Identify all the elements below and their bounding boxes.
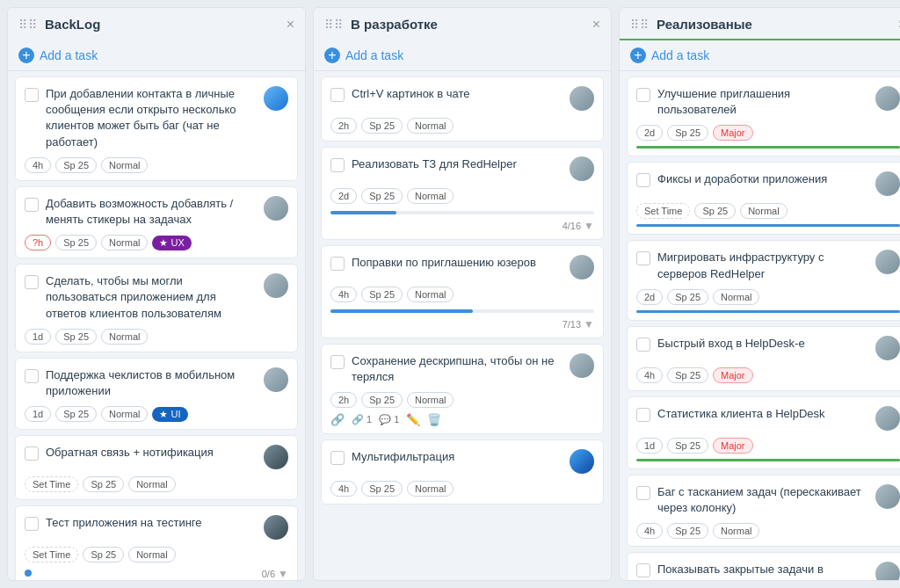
green-line xyxy=(636,459,900,461)
tag: Sp 25 xyxy=(361,287,403,302)
tag: Sp 25 xyxy=(667,523,708,539)
tag: Sp 25 xyxy=(667,125,708,141)
avatar xyxy=(570,86,594,111)
card-checkbox[interactable] xyxy=(636,486,650,500)
card-text: Быстрый вход в HelpDesk-е xyxy=(657,336,868,352)
card-text: Поправки по приглашению юзеров xyxy=(352,255,562,271)
tag: Normal xyxy=(101,406,148,422)
plus-icon: + xyxy=(630,47,646,63)
card-top: Быстрый вход в HelpDesk-е xyxy=(636,336,900,360)
tag: Sp 25 xyxy=(667,289,708,305)
card-tags: 4hSp 25Normal xyxy=(330,287,594,302)
cards-container: Улучшение приглашения пользователей 2dSp… xyxy=(620,71,900,580)
card-text: Показывать закрытые задачи в приложении xyxy=(657,562,868,580)
tag: Sp 25 xyxy=(55,406,97,422)
card-tags: Set TimeSp 25Normal xyxy=(636,203,900,219)
expand-arrow[interactable]: ▼ xyxy=(584,318,594,330)
tag-ui: ★ UI xyxy=(152,407,187,422)
column-inprogress: ⠿⠿ В разработке × + Add a task Ctrl+V ка… xyxy=(313,7,612,581)
card-top: Тест приложения на тестинге xyxy=(25,515,288,540)
tag: 1d xyxy=(636,438,663,454)
card-checkbox[interactable] xyxy=(25,517,39,531)
card-checkbox[interactable] xyxy=(330,158,345,172)
card-tags: 1dSp 25Normal xyxy=(25,329,288,345)
tag: Sp 25 xyxy=(667,367,708,383)
card-d3: Мигрировать инфраструктуру с серверов Re… xyxy=(627,240,900,320)
add-task-button[interactable]: + Add a task xyxy=(314,40,611,71)
card-checkbox[interactable] xyxy=(636,563,650,577)
tag: Set Time xyxy=(636,203,690,219)
expand-arrow[interactable]: ▼ xyxy=(584,220,594,232)
edit-icon[interactable]: ✏️ xyxy=(406,413,420,426)
tag: Normal xyxy=(101,329,148,345)
card-checkbox[interactable] xyxy=(25,198,39,212)
column-title-area: ⠿⠿ BackLog xyxy=(18,17,100,32)
tag-major: Major xyxy=(713,367,753,383)
card-tags: 4hSp 25Normal xyxy=(25,157,288,173)
card-text: Реализовать ТЗ для RedHelper xyxy=(352,156,562,172)
tag-major: Major xyxy=(713,438,753,454)
card-bl5: Обратная связь + нотификация Set TimeSp … xyxy=(15,435,298,500)
card-checkbox[interactable] xyxy=(636,88,650,102)
progress-label: 7/13 ▼ xyxy=(562,318,594,330)
tag: Sp 25 xyxy=(83,547,124,563)
card-checkbox[interactable] xyxy=(636,408,650,422)
close-button[interactable]: × xyxy=(287,18,294,32)
card-checkbox[interactable] xyxy=(25,88,39,102)
card-top: Статистика клиента в HelpDesk xyxy=(636,406,900,431)
card-checkbox[interactable] xyxy=(330,257,345,271)
card-actions: 🔗 🔗 1 💬 1 ✏️ 🗑️ xyxy=(330,413,594,426)
card-tags: 2hSp 25Normal xyxy=(330,392,594,408)
drag-handle-icon[interactable]: ⠿⠿ xyxy=(18,18,38,32)
plus-icon: + xyxy=(18,47,34,63)
column-title-area: ⠿⠿ В разработке xyxy=(324,17,438,32)
progress-bar xyxy=(330,309,594,313)
avatar xyxy=(570,353,594,378)
avatar xyxy=(264,196,288,221)
add-task-button[interactable]: + Add a task xyxy=(620,40,900,71)
delete-icon[interactable]: 🗑️ xyxy=(427,413,441,426)
close-button[interactable]: × xyxy=(592,18,600,32)
card-checkbox[interactable] xyxy=(25,275,39,289)
tag: Sp 25 xyxy=(55,329,97,345)
column-header: ⠿⠿ В разработке × xyxy=(314,8,611,40)
progress-label: 4/16 ▼ xyxy=(562,220,594,232)
expand-subtask[interactable]: ▼ xyxy=(278,568,288,580)
add-task-button[interactable]: + Add a task xyxy=(8,40,305,71)
column-title-area: ⠿⠿ Реализованые xyxy=(630,17,752,32)
avatar xyxy=(570,255,594,279)
drag-handle-icon[interactable]: ⠿⠿ xyxy=(324,18,344,32)
card-checkbox[interactable] xyxy=(330,88,345,102)
card-tags: 1dSp 25Normal★ UI xyxy=(25,406,288,422)
cards-container: Ctrl+V картинок в чате 2hSp 25Normal Реа… xyxy=(314,71,611,580)
avatar xyxy=(264,445,288,469)
column-header: ⠿⠿ Реализованые × xyxy=(620,8,900,40)
card-top: Баг с тасканием задач (перескакивает чер… xyxy=(636,484,900,516)
tag: 2h xyxy=(330,118,357,134)
card-bl6: Тест приложения на тестинге Set TimeSp 2… xyxy=(15,505,298,580)
link-icon[interactable]: 🔗 xyxy=(330,413,345,426)
avatar xyxy=(264,86,288,111)
subtask-progress: 7/13 ▼ xyxy=(330,316,594,330)
card-text: Добавить возможность добавлять / менять … xyxy=(46,196,257,228)
card-tags: 2dSp 25Major xyxy=(636,125,900,141)
attachment-count: 🔗 1 xyxy=(352,414,372,425)
card-checkbox[interactable] xyxy=(636,173,650,187)
card-top: Сохранение дескрипшна, чтобы он не терял… xyxy=(330,353,594,385)
drag-handle-icon[interactable]: ⠿⠿ xyxy=(630,18,650,32)
card-checkbox[interactable] xyxy=(636,251,650,265)
card-checkbox[interactable] xyxy=(330,451,345,465)
avatar xyxy=(875,562,900,580)
card-checkbox[interactable] xyxy=(636,338,650,352)
card-checkbox[interactable] xyxy=(25,369,39,383)
tag: 4h xyxy=(636,367,663,383)
tag: Sp 25 xyxy=(694,203,736,219)
card-tags: 2dSp 25Normal xyxy=(330,188,594,204)
card-top: Показывать закрытые задачи в приложении xyxy=(636,562,900,580)
card-ip5: Мультифильтрация 4hSp 25Normal xyxy=(321,439,604,505)
avatar xyxy=(264,515,288,540)
card-checkbox[interactable] xyxy=(25,446,39,461)
tag: Normal xyxy=(713,523,759,539)
card-text: Мультифильтрация xyxy=(352,449,562,465)
card-checkbox[interactable] xyxy=(330,355,345,369)
